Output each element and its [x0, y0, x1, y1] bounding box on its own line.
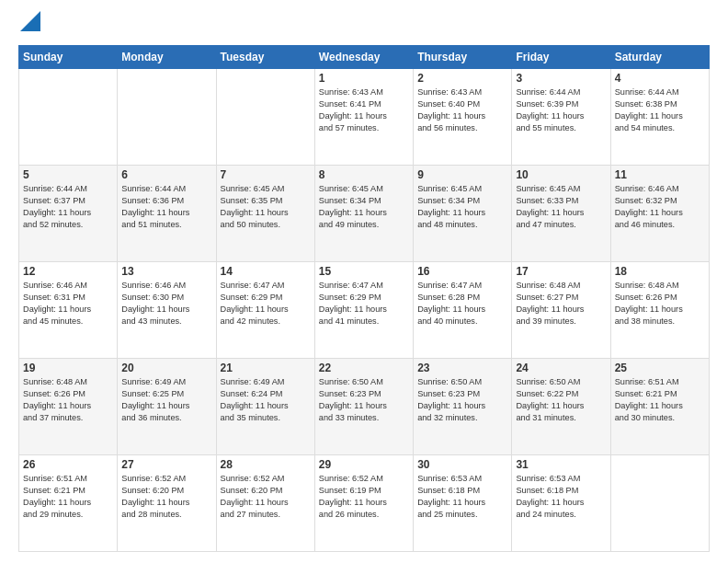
day-cell: 29Sunrise: 6:52 AM Sunset: 6:19 PM Dayli… — [314, 455, 413, 552]
day-number: 21 — [221, 362, 311, 374]
day-cell: 27Sunrise: 6:52 AM Sunset: 6:20 PM Dayli… — [118, 455, 216, 552]
day-number: 14 — [221, 265, 311, 278]
day-info: Sunrise: 6:51 AM Sunset: 6:21 PM Dayligh… — [615, 376, 705, 424]
day-info: Sunrise: 6:50 AM Sunset: 6:23 PM Dayligh… — [319, 376, 409, 424]
day-cell — [19, 69, 118, 166]
day-number: 31 — [516, 458, 606, 471]
day-cell: 22Sunrise: 6:50 AM Sunset: 6:23 PM Dayli… — [314, 359, 413, 455]
day-cell: 18Sunrise: 6:48 AM Sunset: 6:26 PM Dayli… — [610, 262, 709, 359]
day-cell: 24Sunrise: 6:50 AM Sunset: 6:22 PM Dayli… — [512, 359, 610, 455]
day-info: Sunrise: 6:46 AM Sunset: 6:31 PM Dayligh… — [23, 280, 113, 327]
day-info: Sunrise: 6:44 AM Sunset: 6:39 PM Dayligh… — [516, 86, 606, 134]
day-info: Sunrise: 6:43 AM Sunset: 6:41 PM Dayligh… — [319, 86, 409, 134]
day-number: 10 — [516, 168, 606, 181]
weekday-header-monday: Monday — [118, 46, 216, 69]
day-number: 16 — [417, 265, 507, 278]
day-info: Sunrise: 6:49 AM Sunset: 6:25 PM Dayligh… — [121, 376, 211, 424]
day-info: Sunrise: 6:45 AM Sunset: 6:35 PM Dayligh… — [221, 183, 311, 231]
day-number: 22 — [319, 362, 409, 374]
day-info: Sunrise: 6:52 AM Sunset: 6:20 PM Dayligh… — [221, 473, 311, 521]
day-info: Sunrise: 6:45 AM Sunset: 6:33 PM Dayligh… — [516, 183, 606, 231]
day-cell: 16Sunrise: 6:47 AM Sunset: 6:28 PM Dayli… — [414, 262, 512, 359]
day-number: 26 — [23, 458, 113, 471]
day-cell: 11Sunrise: 6:46 AM Sunset: 6:32 PM Dayli… — [610, 166, 709, 262]
day-info: Sunrise: 6:44 AM Sunset: 6:37 PM Dayligh… — [23, 183, 113, 231]
day-number: 25 — [615, 362, 705, 374]
day-cell — [610, 455, 709, 552]
week-row-5: 26Sunrise: 6:51 AM Sunset: 6:21 PM Dayli… — [19, 455, 710, 552]
weekday-header-row: SundayMondayTuesdayWednesdayThursdayFrid… — [19, 46, 710, 69]
day-cell: 31Sunrise: 6:53 AM Sunset: 6:18 PM Dayli… — [512, 455, 610, 552]
day-number: 15 — [319, 265, 409, 278]
day-info: Sunrise: 6:52 AM Sunset: 6:19 PM Dayligh… — [319, 473, 409, 521]
svg-marker-0 — [20, 11, 40, 31]
day-number: 20 — [121, 362, 211, 374]
day-info: Sunrise: 6:53 AM Sunset: 6:18 PM Dayligh… — [516, 473, 606, 521]
day-cell: 4Sunrise: 6:44 AM Sunset: 6:38 PM Daylig… — [610, 69, 709, 166]
day-number: 29 — [319, 458, 409, 471]
day-info: Sunrise: 6:47 AM Sunset: 6:28 PM Dayligh… — [417, 280, 507, 327]
day-cell: 1Sunrise: 6:43 AM Sunset: 6:41 PM Daylig… — [314, 69, 413, 166]
day-number: 30 — [417, 458, 507, 471]
day-number: 17 — [516, 265, 606, 278]
day-cell: 3Sunrise: 6:44 AM Sunset: 6:39 PM Daylig… — [512, 69, 610, 166]
day-number: 23 — [417, 362, 507, 374]
day-number: 1 — [319, 72, 409, 85]
day-number: 19 — [23, 362, 113, 374]
day-cell: 28Sunrise: 6:52 AM Sunset: 6:20 PM Dayli… — [216, 455, 314, 552]
day-info: Sunrise: 6:50 AM Sunset: 6:22 PM Dayligh… — [516, 376, 606, 424]
day-number: 13 — [121, 265, 211, 278]
day-number: 3 — [516, 72, 606, 85]
day-cell: 30Sunrise: 6:53 AM Sunset: 6:18 PM Dayli… — [414, 455, 512, 552]
day-info: Sunrise: 6:48 AM Sunset: 6:26 PM Dayligh… — [615, 280, 705, 327]
logo — [18, 15, 40, 36]
logo-icon — [20, 11, 40, 31]
week-row-2: 5Sunrise: 6:44 AM Sunset: 6:37 PM Daylig… — [19, 166, 710, 262]
day-cell: 10Sunrise: 6:45 AM Sunset: 6:33 PM Dayli… — [512, 166, 610, 262]
day-info: Sunrise: 6:48 AM Sunset: 6:27 PM Dayligh… — [516, 280, 606, 327]
day-cell: 26Sunrise: 6:51 AM Sunset: 6:21 PM Dayli… — [19, 455, 118, 552]
day-info: Sunrise: 6:48 AM Sunset: 6:26 PM Dayligh… — [23, 376, 113, 424]
day-info: Sunrise: 6:44 AM Sunset: 6:36 PM Dayligh… — [121, 183, 211, 231]
day-cell: 23Sunrise: 6:50 AM Sunset: 6:23 PM Dayli… — [414, 359, 512, 455]
day-cell: 9Sunrise: 6:45 AM Sunset: 6:34 PM Daylig… — [414, 166, 512, 262]
weekday-header-tuesday: Tuesday — [216, 46, 314, 69]
day-cell: 8Sunrise: 6:45 AM Sunset: 6:34 PM Daylig… — [314, 166, 413, 262]
day-info: Sunrise: 6:50 AM Sunset: 6:23 PM Dayligh… — [417, 376, 507, 424]
day-cell: 20Sunrise: 6:49 AM Sunset: 6:25 PM Dayli… — [118, 359, 216, 455]
day-number: 12 — [23, 265, 113, 278]
header — [18, 15, 710, 36]
day-cell: 25Sunrise: 6:51 AM Sunset: 6:21 PM Dayli… — [610, 359, 709, 455]
day-info: Sunrise: 6:47 AM Sunset: 6:29 PM Dayligh… — [319, 280, 409, 327]
day-number: 8 — [319, 168, 409, 181]
week-row-4: 19Sunrise: 6:48 AM Sunset: 6:26 PM Dayli… — [19, 359, 710, 455]
calendar-table: SundayMondayTuesdayWednesdayThursdayFrid… — [18, 45, 710, 552]
day-cell — [118, 69, 216, 166]
day-cell — [216, 69, 314, 166]
weekday-header-sunday: Sunday — [19, 46, 118, 69]
day-number: 27 — [121, 458, 211, 471]
day-number: 28 — [221, 458, 311, 471]
day-number: 11 — [615, 168, 705, 181]
day-number: 2 — [417, 72, 507, 85]
day-cell: 17Sunrise: 6:48 AM Sunset: 6:27 PM Dayli… — [512, 262, 610, 359]
day-cell: 7Sunrise: 6:45 AM Sunset: 6:35 PM Daylig… — [216, 166, 314, 262]
day-cell: 15Sunrise: 6:47 AM Sunset: 6:29 PM Dayli… — [314, 262, 413, 359]
day-number: 7 — [221, 168, 311, 181]
day-number: 9 — [417, 168, 507, 181]
weekday-header-saturday: Saturday — [610, 46, 709, 69]
day-info: Sunrise: 6:53 AM Sunset: 6:18 PM Dayligh… — [417, 473, 507, 521]
day-cell: 14Sunrise: 6:47 AM Sunset: 6:29 PM Dayli… — [216, 262, 314, 359]
day-cell: 12Sunrise: 6:46 AM Sunset: 6:31 PM Dayli… — [19, 262, 118, 359]
week-row-1: 1Sunrise: 6:43 AM Sunset: 6:41 PM Daylig… — [19, 69, 710, 166]
day-cell: 19Sunrise: 6:48 AM Sunset: 6:26 PM Dayli… — [19, 359, 118, 455]
day-info: Sunrise: 6:44 AM Sunset: 6:38 PM Dayligh… — [615, 86, 705, 134]
day-info: Sunrise: 6:45 AM Sunset: 6:34 PM Dayligh… — [417, 183, 507, 231]
weekday-header-friday: Friday — [512, 46, 610, 69]
calendar-page: SundayMondayTuesdayWednesdayThursdayFrid… — [0, 0, 728, 563]
day-info: Sunrise: 6:49 AM Sunset: 6:24 PM Dayligh… — [221, 376, 311, 424]
day-info: Sunrise: 6:51 AM Sunset: 6:21 PM Dayligh… — [23, 473, 113, 521]
day-cell: 2Sunrise: 6:43 AM Sunset: 6:40 PM Daylig… — [414, 69, 512, 166]
day-info: Sunrise: 6:46 AM Sunset: 6:30 PM Dayligh… — [121, 280, 211, 327]
day-cell: 21Sunrise: 6:49 AM Sunset: 6:24 PM Dayli… — [216, 359, 314, 455]
